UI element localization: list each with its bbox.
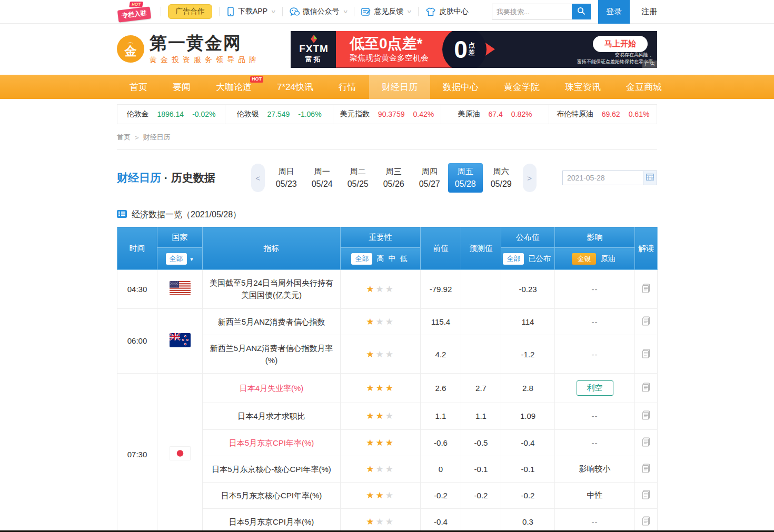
site-logo[interactable]: ︿ 金 第一黄金网 黄金投资服务领导品牌 (117, 34, 260, 64)
day-cell-thu[interactable]: 周四05/27 (412, 163, 447, 193)
skin-center-link[interactable]: 皮肤中心 (425, 7, 469, 16)
importance-stars: ★★★ (341, 308, 421, 335)
actual-filter-published[interactable]: 已公布 (529, 254, 551, 263)
breadcrumb-home[interactable]: 首页 (117, 133, 131, 142)
nav-gold-academy[interactable]: 黄金学院 (491, 75, 552, 99)
ticker-item[interactable]: 伦敦金1896.14-0.02% (117, 105, 225, 124)
ticker-item[interactable]: 伦敦银27.549-1.06% (225, 105, 333, 124)
calendar-picker-button[interactable] (643, 171, 657, 185)
forecast-value (461, 308, 501, 335)
importance-filter-low[interactable]: 低 (400, 254, 408, 263)
actual-filter-all[interactable]: 全部 (503, 253, 524, 265)
feedback-icon (361, 7, 371, 16)
interpretation-cell (635, 483, 658, 509)
country-filter-all[interactable]: 全部 (166, 253, 187, 265)
register-link[interactable]: 注册 (641, 7, 657, 17)
day-cell-fri-selected[interactable]: 周五05/28 (448, 163, 483, 193)
prev-week-button[interactable]: < (251, 164, 265, 192)
interpretation-doc-icon[interactable] (642, 383, 650, 392)
indicator-link[interactable]: 日本4月失业率(%) (240, 384, 304, 393)
nav-jewelry-info[interactable]: 珠宝资讯 (552, 75, 613, 99)
divider (219, 7, 220, 16)
forecast-value: -0.1 (461, 456, 501, 482)
indicator-cell: 日本5月东京核心-核心CPI年率(%) (203, 456, 341, 482)
search-button[interactable] (572, 4, 591, 19)
previous-value: 2.6 (421, 374, 461, 403)
indicator-link[interactable]: 新西兰5月ANZ消费者信心指数月率(%) (210, 344, 333, 365)
indicator-link[interactable]: 日本5月东京CPI年率(%) (229, 438, 314, 447)
wechat-official-link[interactable]: 微信公众号 ∨ (290, 7, 348, 16)
interpretation-doc-icon[interactable] (642, 516, 650, 526)
nav-experts[interactable]: 大咖论道HOT (203, 75, 264, 99)
banner-cta-button[interactable]: 马上开始 (593, 36, 648, 52)
interpretation-doc-icon[interactable] (642, 410, 650, 420)
nav-financial-calendar[interactable]: 财经日历 (369, 75, 430, 99)
ticker-name: 美元指数 (340, 109, 370, 119)
star-icon: ★ (366, 284, 375, 294)
interpretation-doc-icon[interactable] (642, 437, 650, 447)
column-join-ribbon[interactable]: HOT 专栏入驻 (117, 1, 154, 22)
feedback-link[interactable]: 意见反馈 ∨ (361, 7, 411, 16)
day-cell-sun[interactable]: 周日05/23 (269, 163, 304, 193)
day-cell-wed[interactable]: 周三05/26 (376, 163, 411, 193)
download-app-link[interactable]: 下载APP ∨ (226, 7, 275, 16)
ticker-item[interactable]: 美原油67.40.82% (441, 105, 549, 124)
interpretation-cell (635, 509, 658, 532)
impact-filter-gold-silver[interactable]: 金银 (572, 253, 596, 265)
importance-stars: ★★★ (341, 403, 421, 429)
star-icon: ★ (385, 284, 395, 294)
interpretation-doc-icon[interactable] (642, 490, 650, 499)
importance-filter-high[interactable]: 高 (377, 254, 384, 263)
interpretation-doc-icon[interactable] (642, 349, 650, 358)
indicator-link[interactable]: 美国截至5月24日当周外国央行持有美国国债(亿美元) (210, 278, 333, 299)
star-icon: ★ (375, 438, 385, 448)
nav-quotes[interactable]: 行情 (326, 75, 369, 99)
login-button[interactable]: 登录 (598, 0, 630, 24)
actual-value: -0.1 (501, 456, 555, 482)
importance-filter-all[interactable]: 全部 (351, 253, 372, 265)
nav-gold-bean-mall[interactable]: 金豆商城 (613, 75, 674, 99)
importance-stars: ★★★ (341, 509, 421, 532)
forecast-value (461, 335, 501, 374)
day-cell-tue[interactable]: 周二05/25 (341, 163, 375, 193)
fxtm-ad-banner[interactable]: FXTM 富拓 低至0点差* 聚焦现货黄金多空机会 0 点差 马上开始 交易存在… (291, 31, 657, 68)
ticker-value: 67.4 (489, 110, 503, 118)
nav-home[interactable]: 首页 (117, 75, 160, 99)
col-previous: 前值 (421, 227, 461, 270)
table-row: 06:00新西兰5月ANZ消费者信心指数★★★115.4114-- (117, 308, 658, 335)
star-icon: ★ (385, 517, 395, 527)
ad-cooperation-button[interactable]: 广告合作 (168, 4, 212, 19)
nav-724-flash[interactable]: 7*24快讯 (264, 75, 326, 99)
star-icon: ★ (385, 383, 395, 393)
nav-news[interactable]: 要闻 (160, 75, 203, 99)
star-icon: ★ (385, 349, 395, 359)
day-cell-mon[interactable]: 周一05/24 (305, 163, 340, 193)
ticker-item[interactable]: 美元指数90.37590.42% (333, 105, 441, 124)
section-title: 经济数据一览（2021/05/28） (132, 209, 241, 220)
day-cell-sat[interactable]: 周六05/29 (484, 163, 519, 193)
ticker-item[interactable]: 布伦特原油69.620.61% (549, 105, 657, 124)
nav-data-center[interactable]: 数据中心 (430, 75, 491, 99)
interpretation-doc-icon[interactable] (642, 316, 650, 326)
list-icon (117, 210, 127, 220)
star-icon: ★ (385, 464, 395, 474)
impact-none: -- (592, 350, 598, 359)
next-week-button[interactable]: > (523, 164, 537, 192)
interpretation-doc-icon[interactable] (642, 284, 650, 293)
indicator-link[interactable]: 日本4月求才求职比 (237, 411, 305, 420)
economic-data-table: 时间 国家 指标 重要性 前值 预测值 公布值 影响 解读 全部▼ 全部 高中低 (117, 227, 658, 532)
actual-value: -1.2 (501, 335, 555, 374)
indicator-link[interactable]: 日本5月东京核心-核心CPI年率(%) (212, 465, 331, 474)
calendar-icon (646, 173, 654, 183)
search-input[interactable] (492, 4, 572, 19)
date-input[interactable] (563, 174, 643, 182)
ticker-name: 美原油 (458, 109, 480, 119)
importance-filter-mid[interactable]: 中 (389, 254, 396, 263)
breadcrumb-current[interactable]: 财经日历 (143, 133, 171, 142)
interpretation-doc-icon[interactable] (642, 464, 650, 473)
impact-filter-oil[interactable]: 原油 (601, 254, 616, 263)
indicator-link[interactable]: 日本5月东京CPI月率(%) (229, 517, 314, 526)
importance-stars: ★★★ (341, 429, 421, 456)
indicator-link[interactable]: 新西兰5月ANZ消费者信心指数 (218, 317, 325, 326)
indicator-link[interactable]: 日本5月东京核心CPI年率(%) (221, 491, 322, 500)
